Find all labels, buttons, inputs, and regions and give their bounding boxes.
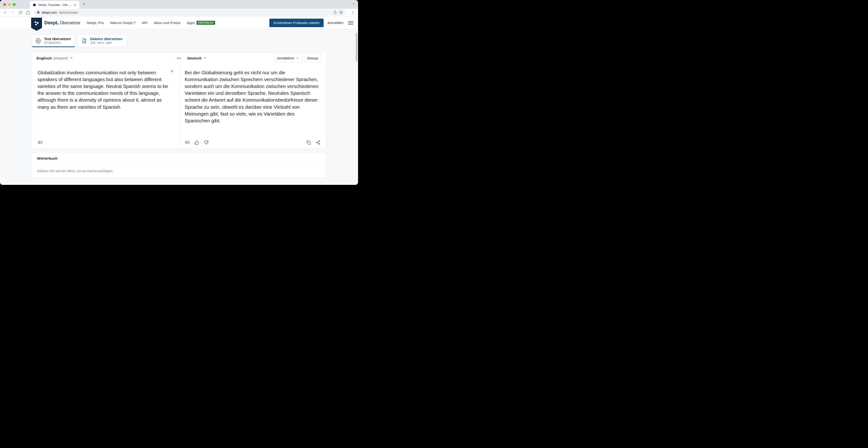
formality-selector[interactable]: Anredeform: [274, 55, 302, 62]
mode-files-title: Dateien übersetzen: [90, 37, 123, 41]
copy-icon[interactable]: [306, 140, 311, 145]
svg-rect-19: [308, 142, 310, 144]
share-icon[interactable]: [333, 10, 337, 15]
target-lang-section: Deutsch Anredeform Glossar: [183, 55, 326, 62]
tab-favicon-icon: [33, 3, 36, 7]
mode-tab-files[interactable]: Dateien übersetzen .pdf, .docx, .pptx: [78, 34, 127, 47]
thumbs-up-icon[interactable]: [194, 140, 199, 145]
tab-overflow-icon[interactable]: [352, 2, 355, 7]
window-minimize-button[interactable]: [8, 3, 11, 6]
menu-icon[interactable]: [348, 21, 353, 25]
formality-label: Anredeform: [277, 56, 294, 60]
browser-tab[interactable]: DeepL Translate – Der präzises ✕: [30, 1, 79, 9]
svg-point-21: [316, 142, 317, 143]
svg-marker-0: [33, 3, 36, 6]
nav-apps[interactable]: Apps KOSTENLOS: [187, 21, 215, 25]
tab-title: DeepL Translate – Der präzises: [38, 3, 72, 7]
document-icon: [81, 38, 87, 44]
source-language-detected: (erkannt): [53, 56, 68, 60]
main-nav: DeepL Pro Warum DeepL? API Abos und Prei…: [87, 21, 215, 25]
nav-api[interactable]: API: [142, 21, 148, 25]
language-bar: Englisch (erkannt) Deutsch: [32, 53, 326, 64]
nav-apps-label: Apps: [187, 21, 195, 25]
svg-point-22: [318, 143, 319, 144]
nav-why-deepl[interactable]: Warum DeepL?: [110, 21, 135, 25]
swap-languages-button[interactable]: [176, 55, 183, 62]
nav-reload-icon[interactable]: [18, 10, 23, 15]
logo-subtitle: Übersetzer: [60, 21, 81, 26]
logo-text: DeepL: [44, 20, 59, 26]
mode-text-subtitle: 29 Sprachen: [44, 41, 71, 44]
nav-home-icon[interactable]: [25, 10, 31, 15]
svg-point-5: [352, 13, 353, 14]
nav-deepl-pro[interactable]: DeepL Pro: [87, 21, 104, 25]
source-pane: [32, 64, 179, 149]
url-host: deepl.com: [42, 10, 57, 14]
dictionary-title: Wörterbuch: [32, 153, 326, 165]
nav-back-icon[interactable]: [2, 10, 8, 15]
header-right: Kostenloses Probeabo starten Anmelden: [269, 19, 353, 27]
login-link[interactable]: Anmelden: [328, 21, 343, 25]
trial-button[interactable]: Kostenloses Probeabo starten: [269, 19, 323, 27]
free-badge: KOSTENLOS: [196, 21, 215, 25]
svg-marker-17: [38, 141, 40, 144]
svg-point-4: [352, 12, 353, 13]
share-translation-icon[interactable]: [315, 140, 320, 145]
glossary-button[interactable]: Glossar: [304, 55, 321, 62]
tab-close-icon[interactable]: ✕: [73, 3, 76, 7]
target-text-output[interactable]: Bei der Globalisierung geht es nicht nur…: [185, 69, 320, 124]
svg-point-20: [318, 140, 319, 142]
url-path: /de/translator: [59, 10, 78, 14]
address-bar[interactable]: deepl.com/de/translator: [34, 9, 346, 16]
svg-line-23: [317, 143, 318, 143]
mode-tab-text[interactable]: Text übersetzen 29 Sprachen: [32, 34, 75, 47]
svg-marker-18: [185, 141, 187, 144]
clear-source-button[interactable]: [170, 69, 174, 74]
scrollbar[interactable]: [356, 33, 358, 61]
chevron-down-icon: [203, 56, 207, 61]
speak-source-icon[interactable]: [37, 140, 43, 145]
target-language-selector[interactable]: Deutsch: [187, 56, 207, 61]
logo[interactable]: DeepL Übersetzer: [31, 17, 81, 30]
svg-point-3: [352, 11, 353, 12]
window-controls: [3, 3, 16, 6]
source-text-input[interactable]: [37, 69, 173, 135]
browser-toolbar: deepl.com/de/translator: [0, 9, 358, 17]
translator-panel: Englisch (erkannt) Deutsch: [32, 52, 327, 149]
site-header: DeepL Übersetzer DeepL Pro Warum DeepL? …: [0, 17, 358, 29]
svg-line-24: [317, 141, 318, 142]
new-tab-button[interactable]: +: [83, 2, 85, 7]
dictionary-hint: Klicken Sie auf ein Wort, um es nachzusc…: [32, 165, 326, 178]
text-panes: Bei der Globalisierung geht es nicht nur…: [32, 64, 326, 149]
browser-window: DeepL Translate – Der präzises ✕ + deepl…: [0, 0, 358, 185]
browser-tab-strip: DeepL Translate – Der präzises ✕ +: [0, 0, 358, 9]
speak-target-icon[interactable]: [185, 140, 190, 145]
chevron-down-icon: [296, 56, 299, 60]
globe-icon: [35, 38, 41, 44]
bookmark-star-icon[interactable]: [339, 10, 343, 15]
svg-line-10: [36, 23, 38, 25]
mode-files-subtitle: .pdf, .docx, .pptx: [90, 41, 123, 44]
window-close-button[interactable]: [3, 3, 6, 6]
logo-mark-icon: [31, 18, 42, 31]
target-footer: [185, 137, 320, 145]
mode-text-title: Text übersetzen: [44, 37, 71, 41]
source-language-selector[interactable]: Englisch (erkannt): [36, 56, 73, 61]
target-language-label: Deutsch: [187, 56, 202, 60]
source-language-label: Englisch: [36, 56, 52, 60]
browser-menu-icon[interactable]: [350, 10, 356, 15]
thumbs-down-icon[interactable]: [204, 140, 209, 145]
svg-marker-2: [339, 10, 342, 14]
source-footer: [37, 137, 173, 145]
dictionary-panel: Wörterbuch Klicken Sie auf ein Wort, um …: [32, 152, 327, 178]
chevron-down-icon: [69, 56, 73, 61]
page-content: DeepL Übersetzer DeepL Pro Warum DeepL? …: [0, 17, 358, 185]
lock-icon: [37, 10, 40, 14]
nav-pricing[interactable]: Abos und Preise: [154, 21, 181, 25]
window-maximize-button[interactable]: [13, 3, 16, 6]
mode-tabs: Text übersetzen 29 Sprachen Dateien über…: [0, 29, 358, 47]
nav-forward-icon[interactable]: [10, 10, 16, 15]
source-lang-section: Englisch (erkannt): [32, 56, 176, 61]
target-pane: Bei der Globalisierung geht es nicht nur…: [179, 64, 326, 149]
